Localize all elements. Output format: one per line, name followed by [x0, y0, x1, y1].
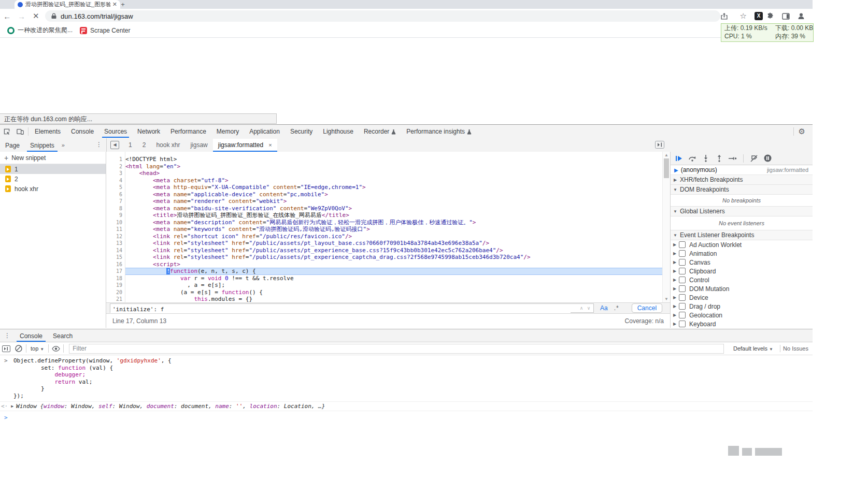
- devtools-tab-elements[interactable]: Elements: [30, 125, 66, 138]
- devtools-tab-console[interactable]: Console: [66, 125, 99, 138]
- devtools-tab-sources[interactable]: Sources: [99, 125, 132, 138]
- event-category-drag-drop[interactable]: ▶Drag / drop: [671, 302, 813, 311]
- inspect-element-icon[interactable]: [0, 125, 13, 138]
- stop-loading-button[interactable]: ✕: [29, 11, 43, 21]
- scrollbar-thumb[interactable]: [664, 158, 669, 178]
- event-category-clipboard[interactable]: ▶Clipboard: [671, 267, 813, 275]
- devtools-tab-recorder[interactable]: Recorder: [359, 125, 401, 138]
- editor-scrollbar[interactable]: ▲ ▼: [662, 152, 670, 302]
- tab-close-icon[interactable]: ✕: [112, 1, 117, 8]
- event-category-device[interactable]: ▶Device: [671, 293, 813, 302]
- drawer-tab-search[interactable]: Search: [48, 330, 78, 342]
- side-panel-icon[interactable]: [782, 13, 798, 20]
- forward-button[interactable]: →: [15, 12, 29, 21]
- profile-avatar-icon[interactable]: [797, 12, 813, 20]
- expand-object-icon[interactable]: ▶: [11, 404, 16, 409]
- editor-tab-hook-xhr[interactable]: hook xhr: [151, 139, 185, 152]
- event-category-geolocation[interactable]: ▶Geolocation: [671, 311, 813, 319]
- scroll-up-icon[interactable]: ▲: [663, 153, 670, 157]
- extensions-puzzle-icon[interactable]: [766, 12, 782, 20]
- category-checkbox[interactable]: [679, 312, 686, 318]
- navigator-menu-icon[interactable]: ⋮: [96, 141, 102, 148]
- editor-tab-1[interactable]: 1: [123, 139, 137, 152]
- console-prompt[interactable]: >: [0, 414, 813, 421]
- scroll-down-icon[interactable]: ▼: [663, 297, 670, 301]
- code-editor[interactable]: 123456789101112131415161718192021 <!DOCT…: [106, 152, 670, 302]
- step-icon[interactable]: [729, 154, 737, 163]
- find-input[interactable]: [110, 306, 571, 313]
- pause-on-exceptions-icon[interactable]: [763, 154, 772, 163]
- extension-x-icon[interactable]: X: [755, 12, 763, 20]
- category-checkbox[interactable]: [679, 303, 686, 310]
- devtools-tab-performance[interactable]: Performance: [165, 125, 211, 138]
- console-result-row[interactable]: <· ▶ Window {window: Window, self: Windo…: [0, 401, 813, 411]
- devtools-tab-network[interactable]: Network: [132, 125, 165, 138]
- navigator-tab-snippets[interactable]: Snippets: [25, 139, 60, 152]
- navigator-tab-page[interactable]: Page: [0, 139, 25, 152]
- new-snippet-button[interactable]: + New snippet: [0, 152, 106, 164]
- category-checkbox[interactable]: [679, 285, 686, 292]
- device-toolbar-icon[interactable]: [13, 125, 27, 138]
- bookmark-item[interactable]: 一种改进的聚焦爬...: [7, 26, 73, 35]
- close-tab-icon[interactable]: ×: [268, 138, 272, 152]
- console-filter-input[interactable]: [69, 345, 723, 352]
- snippet-item-2[interactable]: 2: [0, 174, 106, 184]
- context-selector[interactable]: top ▼: [27, 345, 47, 352]
- deactivate-breakpoints-icon[interactable]: [750, 154, 758, 163]
- category-checkbox[interactable]: [679, 277, 686, 283]
- console-sidebar-icon[interactable]: [0, 345, 12, 352]
- step-into-icon[interactable]: [702, 154, 710, 163]
- editor-tab-2[interactable]: 2: [137, 139, 151, 152]
- back-button[interactable]: ←: [0, 12, 15, 21]
- browser-tab[interactable]: 滑动拼图验证码_拼图验证_图形验... ✕: [15, 0, 120, 9]
- editor-back-icon[interactable]: ◀: [110, 141, 119, 149]
- frame-location[interactable]: jigsaw:formatted: [767, 167, 813, 173]
- drawer-tab-console[interactable]: Console: [15, 330, 48, 342]
- issues-counter[interactable]: No Issues: [783, 345, 808, 352]
- navigator-toggle-icon[interactable]: [655, 141, 664, 149]
- event-category-keyboard[interactable]: ▶Keyboard: [671, 319, 813, 328]
- event-category-canvas[interactable]: ▶Canvas: [671, 258, 813, 267]
- step-over-icon[interactable]: [688, 154, 696, 163]
- category-checkbox[interactable]: [679, 321, 686, 327]
- cancel-button[interactable]: Cancel: [632, 303, 662, 313]
- log-levels-select[interactable]: Default levels ▼: [733, 345, 773, 352]
- category-checkbox[interactable]: [679, 250, 686, 257]
- section-xhr-breakpoints[interactable]: ▶ XHR/fetch Breakpoints: [671, 175, 813, 185]
- bookmark-item[interactable]: Scrape Center: [80, 27, 130, 34]
- snippet-item-1[interactable]: 1: [0, 164, 106, 174]
- category-checkbox[interactable]: [679, 268, 686, 274]
- drawer-menu-icon[interactable]: ⋮: [0, 332, 15, 339]
- match-case-button[interactable]: Aa: [600, 304, 608, 312]
- regex-button[interactable]: .*: [614, 304, 619, 312]
- more-tabs-icon[interactable]: »: [60, 142, 67, 148]
- address-bar[interactable]: dun.163.com/trial/jigsaw: [45, 10, 720, 22]
- editor-tab-jigsaw[interactable]: jigsaw: [185, 139, 212, 152]
- section-dom-breakpoints[interactable]: ▼ DOM Breakpoints: [671, 185, 813, 195]
- category-checkbox[interactable]: [679, 241, 686, 248]
- devtools-tab-memory[interactable]: Memory: [211, 125, 244, 138]
- clear-console-icon[interactable]: [12, 345, 25, 352]
- snippet-item-hook-xhr[interactable]: hook xhr: [0, 184, 106, 194]
- step-out-icon[interactable]: [715, 154, 723, 163]
- devtools-tab-security[interactable]: Security: [285, 125, 318, 138]
- find-previous-icon[interactable]: ∧: [578, 304, 585, 312]
- category-checkbox[interactable]: [679, 259, 686, 266]
- section-global-listeners[interactable]: ▼ Global Listeners: [671, 207, 813, 216]
- devtools-tab-application[interactable]: Application: [244, 125, 285, 138]
- devtools-tab-performance-insights[interactable]: Performance insights: [401, 125, 477, 138]
- section-event-listener-breakpoints[interactable]: ▼ Event Listener Breakpoints: [671, 230, 813, 240]
- new-tab-button[interactable]: +: [119, 1, 126, 8]
- category-checkbox[interactable]: [679, 294, 686, 301]
- bookmark-star-icon[interactable]: ☆: [735, 11, 751, 21]
- event-category-animation[interactable]: ▶Animation: [671, 249, 813, 258]
- settings-gear-icon[interactable]: ⚙: [799, 127, 805, 136]
- share-icon[interactable]: [720, 12, 736, 20]
- call-stack-frame[interactable]: ▶ (anonymous) jigsaw:formatted: [671, 165, 813, 175]
- devtools-tab-lighthouse[interactable]: Lighthouse: [318, 125, 359, 138]
- event-category-ad-auction-worklet[interactable]: ▶Ad Auction Worklet: [671, 240, 813, 249]
- event-category-dom-mutation[interactable]: ▶DOM Mutation: [671, 284, 813, 293]
- editor-tab-jigsaw-formatted[interactable]: jigsaw:formatted×: [213, 139, 277, 152]
- resume-script-icon[interactable]: [675, 154, 683, 163]
- live-expression-eye-icon[interactable]: [50, 346, 62, 352]
